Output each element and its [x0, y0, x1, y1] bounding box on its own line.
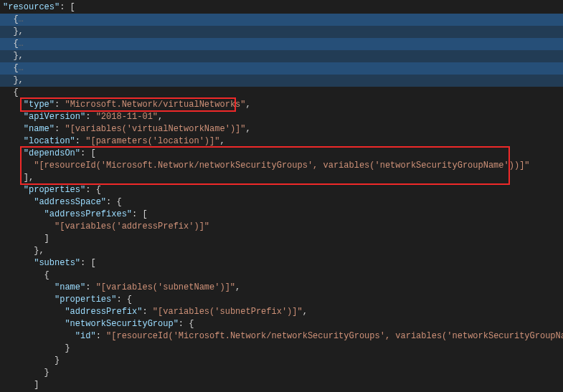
- code-line: "location": "[parameters('location')]",: [0, 135, 563, 148]
- code-editor[interactable]: "resources": [ {… }, {… }, {… }, { "type…: [0, 1, 563, 392]
- fold-icon[interactable]: …: [19, 63, 24, 73]
- code-line: "apiVersion": "2018-11-01",: [0, 111, 563, 123]
- code-line: {…: [0, 62, 563, 75]
- code-line: },: [0, 50, 563, 62]
- code-line: "type": "Microsoft.Network/virtualNetwor…: [0, 99, 563, 111]
- code-line: "subnets": [: [0, 257, 563, 269]
- code-line: "name": "[variables('virtualNetworkName'…: [0, 123, 563, 135]
- code-line: "resources": [: [0, 1, 563, 14]
- code-line: {: [0, 87, 563, 99]
- code-line: },: [0, 26, 563, 38]
- code-line: {: [0, 269, 563, 282]
- code-line: "addressSpace": {: [0, 196, 563, 209]
- code-line: {…: [0, 14, 563, 26]
- code-line: ],: [0, 172, 563, 184]
- code-line: "addressPrefix": "[variables('subnetPref…: [0, 306, 563, 318]
- code-line: "addressPrefixes": [: [0, 209, 563, 221]
- fold-icon[interactable]: …: [19, 39, 24, 49]
- code-line: }: [0, 367, 563, 379]
- code-line: "name": "[variables('subnetName')]",: [0, 282, 563, 294]
- code-line: "properties": {: [0, 184, 563, 196]
- code-line: }: [0, 343, 563, 355]
- code-line: },: [0, 245, 563, 257]
- code-line: ]: [0, 233, 563, 245]
- code-line: "[variables('addressPrefix')]": [0, 221, 563, 233]
- code-line: "dependsOn": [: [0, 148, 563, 160]
- code-line: "id": "[resourceId('Microsoft.Network/ne…: [0, 330, 563, 343]
- code-line: }: [0, 355, 563, 367]
- code-line: "networkSecurityGroup": {: [0, 318, 563, 330]
- code-line: "properties": {: [0, 294, 563, 306]
- code-line: },: [0, 75, 563, 87]
- code-line: {…: [0, 38, 563, 50]
- code-line: ]: [0, 379, 563, 391]
- code-line: "[resourceId('Microsoft.Network/networkS…: [0, 160, 563, 172]
- fold-icon[interactable]: …: [19, 14, 24, 24]
